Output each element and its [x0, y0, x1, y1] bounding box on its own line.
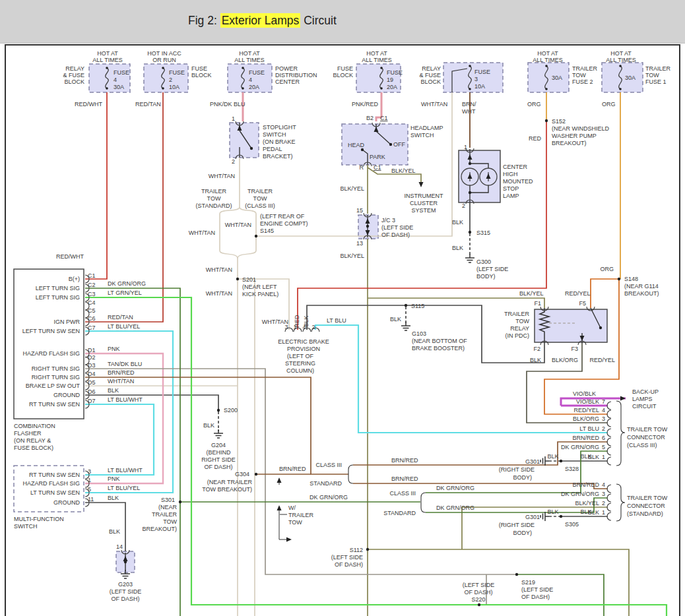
fuse-terminal [545, 88, 548, 90]
blk-wire [85, 395, 218, 410]
label: S152 [552, 118, 566, 125]
label: (LEFT SIDE [381, 224, 413, 231]
blk-yel-wire [368, 549, 629, 616]
title-highlight: Exterior Lamps [220, 13, 301, 28]
label: CLASS III [389, 490, 416, 497]
splice-dot [250, 147, 253, 150]
label: S148 [624, 276, 638, 282]
label: TOW [163, 518, 177, 525]
fuse-terminal [162, 87, 164, 90]
multi-function-switch-pin-label: RT TURN SW SEN [29, 472, 80, 478]
combination-flasher-pin-label: RIGHT TURN SIG [32, 365, 80, 372]
label: 13 [356, 240, 363, 247]
label: WASHER PUMP [552, 133, 597, 139]
label: HEAD [348, 142, 365, 148]
red-wht-wire [85, 92, 107, 279]
label: W/ [288, 505, 296, 511]
label: BRN/RED [391, 457, 418, 464]
label: FUSE 2 [572, 78, 593, 85]
label: OFF [393, 141, 405, 148]
label: 20A [249, 84, 259, 90]
label: G203 [118, 581, 133, 588]
label: (STANDARD) [196, 202, 232, 209]
label: DISTRIBUTION [275, 72, 317, 78]
label: BLK [203, 422, 214, 429]
label: BRN/ [462, 101, 476, 108]
label: TOW [572, 72, 586, 78]
combination-flasher-wire-label: LT GRN/YEL [108, 290, 142, 296]
label: ALL TIMES [234, 57, 265, 63]
label: R [360, 164, 364, 171]
label: ALL TIMES [362, 57, 392, 63]
label: WHT/TAN [209, 173, 235, 179]
label: POWER [275, 65, 298, 72]
combination-flasher-pin-id: D3 [88, 362, 96, 369]
combination-flasher-pin-id: C5 [88, 307, 96, 314]
label: S301 [161, 497, 175, 503]
splice-dot [560, 460, 562, 462]
label: PNK/DK BLU [210, 101, 245, 108]
label: (LEFT SIDE [521, 586, 553, 593]
label: TRAILER [288, 512, 314, 518]
splice-dot [236, 278, 239, 280]
trailer-tow-connector-class-iii-label: TRAILER TOW [627, 426, 668, 433]
combination-flasher-pin-label: LEFT TURN SW SEN [22, 328, 80, 334]
trailer-tow-connector-standard-wire-label: BLK [588, 509, 599, 516]
brace [421, 493, 426, 512]
label: DK GRN/ORG [436, 485, 474, 491]
label: BLOCK [420, 78, 441, 85]
combination-flasher-pin-id: D2 [88, 354, 96, 361]
trailer-tow-connector-class-iii-pin-number: 7 [602, 398, 605, 405]
label: ORG [600, 266, 614, 272]
combination-flasher-pin-id: D5 [88, 379, 96, 386]
label: HOT AT [366, 50, 387, 57]
trailer-tow-connector-standard-wire-label: DK GRN/ORG [561, 491, 599, 497]
label: COMBINATION [14, 423, 55, 429]
label: G304 [235, 471, 249, 477]
label: S115 [411, 303, 424, 309]
label: TRAILER [247, 188, 273, 195]
label: 10A [474, 83, 485, 90]
label: TOW BREAKOUT) [202, 486, 252, 493]
label: BLK/YEL [340, 185, 364, 192]
combination-flasher-pin-label: BRAKE LP SW OUT [26, 383, 81, 389]
label: RIGHT SIDE [201, 456, 235, 463]
combination-flasher-wire-label: LT BLU/WHT [108, 396, 143, 403]
label: STANDARD [310, 480, 342, 487]
splice-dot [255, 473, 257, 476]
trailer-tow-connector-standard-pin-number: 3 [602, 491, 605, 497]
combination-flasher-pin-label: LEFT TURN SIG [36, 294, 80, 301]
label: OF DASH) [464, 589, 492, 596]
label: ELECTRIC BRAKE [278, 338, 329, 345]
label: PROVISION [287, 346, 320, 352]
label: FUSE [474, 69, 490, 75]
label: S145 [260, 228, 274, 234]
trailer-tow-connector-standard-wire-label: BLK/YEL [575, 500, 599, 507]
stoplight-switch-box [230, 123, 259, 158]
label: HOT AT [97, 50, 118, 57]
label: 3 [284, 324, 288, 330]
splice-dot [478, 603, 480, 606]
trailer-tow-connector-standard-wire-label: BRN/RED [572, 481, 599, 488]
combination-flasher-wire-label: TAN/DK BLU [108, 361, 142, 367]
label: RELAY [65, 65, 84, 72]
fuse-terminal [619, 88, 622, 90]
label: WHT/TAN [206, 266, 232, 273]
label: CENTER [275, 78, 300, 85]
multi-function-switch-pin-label: HAZARD FLASH SIG [22, 480, 80, 487]
label: BLK/YEL [519, 290, 544, 297]
label: BLK [109, 528, 120, 535]
label: TOW [207, 195, 221, 202]
combination-flasher-pin-id: C6 [88, 315, 96, 322]
multi-function-switch-wire-label: PNK [108, 476, 120, 482]
label: WHT [462, 108, 476, 115]
label: WHT/TAN [225, 222, 251, 228]
label: C1 [374, 164, 381, 171]
fuse-terminal [242, 87, 244, 90]
fuse-terminal [106, 87, 108, 90]
fuse-block-7 [602, 63, 643, 92]
splice-dot [599, 326, 602, 329]
label: BLK [390, 316, 401, 323]
label: S315 [476, 230, 490, 236]
label: COLUMN) [286, 367, 314, 374]
